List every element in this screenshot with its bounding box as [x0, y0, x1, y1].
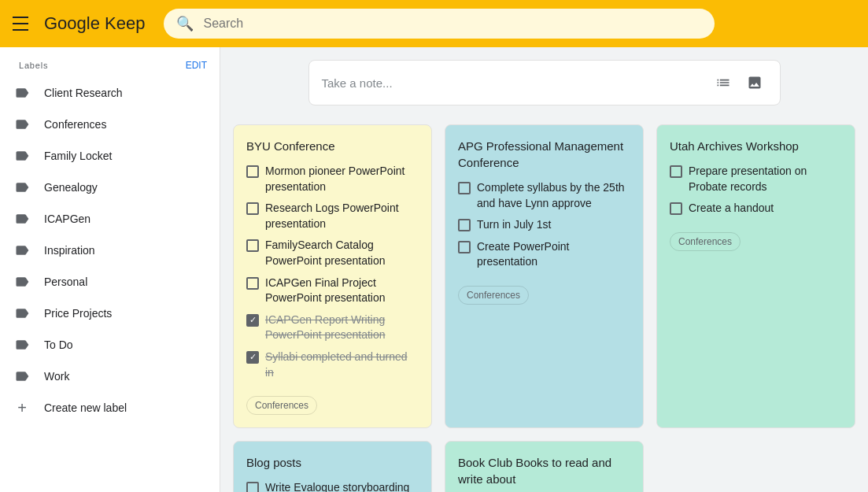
sidebar-item-conferences[interactable]: Conferences — [0, 109, 213, 140]
sidebar-item-label: Work — [44, 370, 69, 383]
search-icon: 🔍 — [176, 15, 194, 32]
checklist-item: Research Logs PowerPoint presentation — [246, 201, 419, 231]
checklist-item-text: Create a handout — [689, 201, 774, 216]
sidebar-item-work[interactable]: Work — [0, 361, 213, 392]
label-icon — [13, 83, 31, 102]
sidebar-item-price-projects[interactable]: Price Projects — [0, 298, 213, 329]
checklist-checkbox-3[interactable] — [246, 277, 259, 290]
label-icon — [13, 146, 31, 165]
note-input-bar[interactable]: Take a note... — [308, 60, 781, 105]
checklist-item-text: Turn in July 1st — [477, 217, 551, 233]
label-icon — [13, 115, 31, 134]
note-card-apg-conference: APG Professional Management Conference C… — [445, 124, 644, 428]
checklist-item: Mormon pioneer PowerPoint presentation — [246, 164, 419, 194]
label-icon — [13, 209, 31, 228]
create-label-item[interactable]: + Create new label — [0, 392, 213, 424]
note-card-byu-conference: BYU Conference Mormon pioneer PowerPoint… — [233, 124, 432, 428]
sidebar-item-to-do[interactable]: To Do — [0, 329, 213, 361]
sidebar-item-family-locket[interactable]: Family Locket — [0, 140, 213, 172]
checklist-item: Complete syllabus by the 25th and have L… — [458, 180, 630, 211]
sidebar-item-label: Client Research — [44, 87, 123, 99]
checklist-item-text: Create PowerPoint presentation — [477, 239, 630, 270]
sidebar-item-inspiration[interactable]: Inspiration — [0, 235, 213, 266]
note-card-blog-posts: Blog posts Write Evalogue storyboarding … — [233, 441, 432, 492]
sidebar-item-label: Family Locket — [44, 150, 112, 162]
sidebar-item-label: Conferences — [44, 118, 106, 131]
checklist-item-text: Research Logs PowerPoint presentation — [265, 201, 419, 231]
note-card-title: Book Club Books to read and write about — [458, 454, 630, 487]
label-icon — [13, 304, 31, 323]
checklist-item-text: Syllabi completed and turned in — [265, 350, 419, 380]
checklist-item: Prepare presentation on Probate records — [670, 164, 842, 194]
note-tag[interactable]: Conferences — [246, 396, 317, 415]
sidebar-item-personal[interactable]: Personal — [0, 266, 213, 298]
note-card-title: BYU Conference — [246, 138, 419, 154]
search-bar[interactable]: 🔍 — [164, 9, 715, 39]
sidebar-item-label: ICAPGen — [44, 213, 90, 225]
label-icon — [13, 335, 31, 354]
checklist-item-text: FamilySearch Catalog PowerPoint presenta… — [265, 238, 419, 268]
checklist-item: Syllabi completed and turned in — [246, 350, 419, 380]
checklist-checkbox-0[interactable] — [670, 165, 682, 178]
checklist-item: Turn in July 1st — [458, 217, 630, 233]
cards-grid: BYU Conference Mormon pioneer PowerPoint… — [233, 124, 855, 492]
sidebar-item-label: Genealogy — [44, 181, 98, 194]
note-input-placeholder[interactable]: Take a note... — [322, 76, 711, 90]
note-card-utah-archives: Utah Archives Workshop Prepare presentat… — [656, 124, 855, 428]
checklist-item-text: ICAPGen Report Writing PowerPoint presen… — [265, 313, 419, 343]
checklist-checkbox-0[interactable] — [246, 165, 259, 178]
sidebar-item-label: Personal — [44, 276, 87, 288]
note-card-title: APG Professional Management Conference — [458, 138, 630, 171]
checklist-checkbox-1[interactable] — [246, 202, 259, 215]
checklist-item-text: Prepare presentation on Probate records — [689, 164, 842, 194]
checklist-item: Create a handout — [670, 201, 842, 216]
checklist-item-text: ICAPGen Final Project PowerPoint present… — [265, 276, 419, 306]
plus-icon: + — [13, 398, 31, 417]
create-label-text: Create new label — [44, 401, 127, 414]
labels-heading: Labels — [19, 61, 48, 70]
checklist-checkbox-4[interactable] — [246, 314, 259, 327]
app-header: Google Keep 🔍 — [0, 0, 868, 47]
search-input[interactable] — [203, 17, 702, 31]
checklist-checkbox-0[interactable] — [246, 482, 259, 492]
note-tag[interactable]: Conferences — [458, 286, 529, 305]
image-input-button[interactable] — [742, 70, 767, 95]
checklist-item: FamilySearch Catalog PowerPoint presenta… — [246, 238, 419, 268]
label-icon — [13, 367, 31, 386]
sidebar-item-client-research[interactable]: Client Research — [0, 77, 213, 109]
sidebar-header: Labels EDIT — [0, 54, 220, 77]
app-logo: Google Keep — [44, 13, 145, 34]
sidebar-item-genealogy[interactable]: Genealogy — [0, 172, 213, 203]
label-icon — [13, 241, 31, 260]
main-content: Take a note... BYU Conference Mormon pio… — [220, 47, 868, 492]
note-card-title: Utah Archives Workshop — [670, 138, 842, 154]
sidebar-item-label: To Do — [44, 338, 73, 351]
checklist-item-text: Write Evalogue storyboarding post — [265, 480, 419, 492]
checklist-item: ICAPGen Report Writing PowerPoint presen… — [246, 313, 419, 343]
checklist-checkbox-1[interactable] — [458, 219, 471, 231]
sidebar-item-icapgen[interactable]: ICAPGen — [0, 203, 213, 235]
checklist-item-text: Mormon pioneer PowerPoint presentation — [265, 164, 419, 194]
checklist-checkbox-5[interactable] — [246, 351, 259, 364]
logo-keep: Keep — [105, 13, 145, 34]
label-icon — [13, 272, 31, 291]
checklist-checkbox-0[interactable] — [458, 182, 471, 194]
sidebar: Labels EDIT Client Research Conferences … — [0, 47, 220, 492]
checklist-item-text: Complete syllabus by the 25th and have L… — [477, 180, 630, 211]
edit-labels-button[interactable]: EDIT — [186, 60, 207, 71]
checklist-item: ICAPGen Final Project PowerPoint present… — [246, 276, 419, 306]
note-input-actions — [711, 70, 767, 95]
logo-google: Google — [44, 13, 100, 34]
checklist-input-button[interactable] — [711, 70, 736, 95]
checklist-item: Create PowerPoint presentation — [458, 239, 630, 270]
menu-icon[interactable] — [13, 14, 31, 33]
note-card-title: Blog posts — [246, 454, 419, 471]
checklist-checkbox-2[interactable] — [458, 241, 471, 253]
checklist-checkbox-2[interactable] — [246, 239, 259, 252]
main-layout: Labels EDIT Client Research Conferences … — [0, 47, 868, 492]
checklist-checkbox-1[interactable] — [670, 202, 682, 215]
label-icon — [13, 178, 31, 197]
note-tag[interactable]: Conferences — [670, 232, 741, 251]
checklist-item: Write Evalogue storyboarding post — [246, 480, 419, 492]
sidebar-item-label: Inspiration — [44, 244, 95, 257]
